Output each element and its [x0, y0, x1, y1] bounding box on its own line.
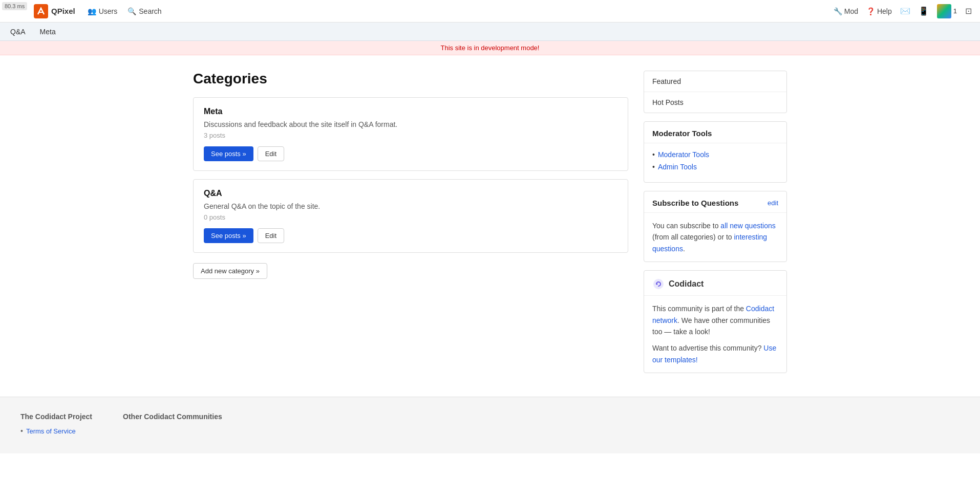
- mod-tools-widget: Moderator Tools Moderator Tools Admin To…: [644, 121, 787, 183]
- subscribe-edit-link[interactable]: edit: [768, 199, 778, 207]
- codidact-text2: Want to advertise this community? Use ou…: [652, 342, 778, 365]
- footer-col1-links: Terms of Service: [20, 427, 92, 435]
- subscribe-body: You can subscribe to all new questions (…: [644, 213, 786, 262]
- footer: The Codidact Project Terms of Service Ot…: [0, 397, 980, 453]
- see-posts-meta-button[interactable]: See posts »: [204, 146, 253, 161]
- category-desc-qa: General Q&A on the topic of the site.: [204, 202, 617, 210]
- terms-of-service-link[interactable]: Terms of Service: [26, 427, 76, 435]
- category-card-meta: Meta Discussions and feedback about the …: [193, 97, 628, 171]
- codidact-logo: Codidact: [644, 271, 786, 296]
- category-card-qa: Q&A General Q&A on the topic of the site…: [193, 179, 628, 253]
- footer-tos-item: Terms of Service: [20, 427, 92, 435]
- subscribe-widget: Subscribe to Questions edit You can subs…: [644, 191, 787, 262]
- footer-col1-title: The Codidact Project: [20, 412, 92, 421]
- sidebar: Featured Hot Posts Moderator Tools Moder…: [644, 71, 787, 381]
- mod-tools-item: Moderator Tools: [652, 150, 778, 159]
- featured-row[interactable]: Featured: [644, 71, 786, 92]
- codidact-body: This community is part of the Codidact n…: [644, 296, 786, 373]
- search-link[interactable]: 🔍 Search: [127, 7, 161, 15]
- add-category-button[interactable]: Add new category »: [193, 263, 267, 279]
- card-actions-qa: See posts » Edit: [204, 228, 617, 243]
- footer-col-codidact: The Codidact Project Terms of Service: [20, 412, 92, 438]
- meta-nav-link[interactable]: Meta: [38, 24, 58, 40]
- card-actions-meta: See posts » Edit: [204, 146, 617, 161]
- qa-nav-link[interactable]: Q&A: [8, 24, 28, 40]
- category-posts-qa: 0 posts: [204, 213, 617, 221]
- search-icon: 🔍: [127, 7, 136, 15]
- avatar-badge[interactable]: 1: [937, 4, 957, 18]
- codidact-icon: [652, 278, 665, 290]
- mod-tools-list: Moderator Tools Admin Tools: [644, 143, 786, 182]
- perf-badge: 80.3 ms: [2, 2, 27, 10]
- svg-point-2: [656, 284, 658, 285]
- mobile-link[interactable]: 📱: [919, 6, 929, 16]
- envelope-icon: ✉️: [900, 6, 910, 16]
- mod-tools-header: Moderator Tools: [644, 122, 786, 143]
- nav-links: 👥 Users 🔍 Search: [88, 7, 162, 15]
- messages-link[interactable]: ✉️: [900, 6, 910, 16]
- avatar-count: 1: [953, 7, 957, 15]
- nav-right: 🔧 Mod ❓ Help ✉️ 📱 1 ⊡: [834, 4, 972, 18]
- subscribe-text: You can subscribe to all new questions (…: [652, 220, 778, 254]
- mobile-icon: 📱: [919, 6, 929, 16]
- hot-posts-row[interactable]: Hot Posts: [644, 92, 786, 113]
- mod-link[interactable]: 🔧 Mod: [834, 7, 858, 15]
- secondary-nav: Q&A Meta: [0, 23, 980, 41]
- category-name-meta: Meta: [204, 107, 617, 116]
- top-nav: 80.3 ms QPixel 👥 Users 🔍 Search 🔧 Mod ❓ …: [0, 0, 980, 23]
- codidact-text1: This community is part of the Codidact n…: [652, 303, 778, 337]
- all-new-questions-link[interactable]: all new questions: [720, 222, 775, 230]
- category-desc-meta: Discussions and feedback about the site …: [204, 120, 617, 128]
- avatar[interactable]: [937, 4, 951, 18]
- edit-qa-button[interactable]: Edit: [258, 228, 284, 243]
- help-icon: ❓: [866, 7, 875, 15]
- main-content: Categories Meta Discussions and feedback…: [193, 71, 628, 381]
- logo-link[interactable]: QPixel: [34, 4, 75, 18]
- logo-text: QPixel: [51, 7, 75, 15]
- users-icon: 👥: [88, 7, 96, 15]
- footer-col2-title: Other Codidact Communities: [123, 412, 222, 421]
- help-link[interactable]: ❓ Help: [866, 7, 892, 15]
- admin-tools-link[interactable]: Admin Tools: [658, 163, 697, 171]
- wrench-icon: 🔧: [834, 7, 842, 15]
- category-name-qa: Q&A: [204, 189, 617, 198]
- svg-point-1: [653, 279, 664, 289]
- page-title: Categories: [193, 71, 628, 87]
- subscribe-title: Subscribe to Questions: [652, 199, 738, 207]
- logo-icon: [34, 4, 48, 18]
- codidact-widget: Codidact This community is part of the C…: [644, 270, 787, 373]
- users-link[interactable]: 👥 Users: [88, 7, 118, 15]
- subscribe-title-row: Subscribe to Questions edit: [644, 191, 786, 213]
- footer-col-communities: Other Codidact Communities: [123, 412, 222, 438]
- main-container: Categories Meta Discussions and feedback…: [183, 55, 797, 397]
- svg-rect-0: [34, 4, 48, 18]
- admin-tools-item: Admin Tools: [652, 163, 778, 171]
- dev-banner: This site is in development mode!: [0, 41, 980, 55]
- category-posts-meta: 3 posts: [204, 132, 617, 139]
- inbox-icon[interactable]: ⊡: [965, 6, 972, 16]
- featured-hot-widget: Featured Hot Posts: [644, 71, 787, 113]
- mod-tools-link[interactable]: Moderator Tools: [658, 150, 709, 159]
- see-posts-qa-button[interactable]: See posts »: [204, 228, 253, 243]
- edit-meta-button[interactable]: Edit: [258, 146, 284, 161]
